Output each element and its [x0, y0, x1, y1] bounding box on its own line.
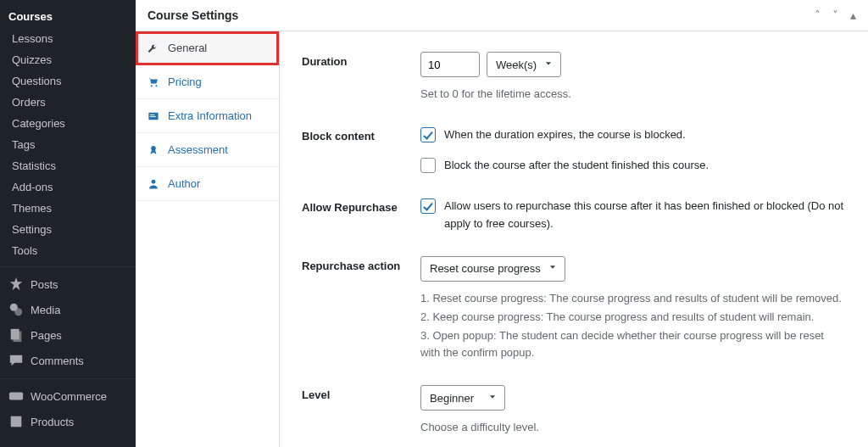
- admin-menu-courses-lessons[interactable]: Lessons: [0, 28, 136, 49]
- block-content-label: Block content: [302, 126, 420, 142]
- panel-header: Course Settings ˄ ˅ ▴: [136, 0, 868, 31]
- admin-menu-courses[interactable]: Courses: [0, 5, 136, 28]
- admin-menu-media[interactable]: Media: [0, 297, 136, 322]
- repurchase-hint-2: 2. Keep course progress: The course prog…: [420, 309, 846, 326]
- svg-rect-4: [9, 393, 23, 400]
- repurchase-hint-1: 1. Reset course progress: The course pro…: [420, 290, 846, 307]
- duration-label: Duration: [302, 52, 420, 68]
- svg-point-7: [155, 85, 157, 87]
- wrench-icon: [147, 42, 159, 54]
- settings-tabs: General Pricing Extra Information Assess…: [136, 31, 280, 447]
- row-level: Level Beginner Choose a difficulty level…: [302, 385, 846, 436]
- pages-icon: [8, 327, 24, 343]
- admin-menu-comments[interactable]: Comments: [0, 348, 136, 373]
- user-icon: [147, 178, 159, 190]
- admin-menu-woocommerce[interactable]: WooCommerce: [0, 383, 136, 409]
- row-allow-repurchase: Allow Repurchase Allow users to repurcha…: [302, 198, 846, 232]
- block-on-expire-text: When the duration expires, the course is…: [444, 126, 686, 143]
- admin-menu-pages[interactable]: Pages: [0, 322, 136, 348]
- admin-menu-courses-addons[interactable]: Add-ons: [0, 176, 136, 198]
- woocommerce-icon: [8, 388, 24, 404]
- cart-icon: [147, 76, 159, 88]
- svg-point-11: [151, 146, 156, 151]
- duration-hint: Set to 0 for the lifetime access.: [420, 86, 846, 103]
- row-repurchase-action: Repurchase action Reset course progress …: [302, 256, 846, 362]
- svg-point-12: [152, 179, 156, 183]
- svg-rect-3: [13, 332, 21, 343]
- chevron-down-icon: [487, 392, 498, 405]
- allow-repurchase-text: Allow users to repurchase this course af…: [444, 198, 846, 232]
- block-on-expire-checkbox[interactable]: [420, 127, 436, 142]
- admin-menu-courses-themes[interactable]: Themes: [0, 198, 136, 219]
- duration-value-input[interactable]: [420, 52, 480, 77]
- level-select[interactable]: Beginner: [420, 385, 505, 411]
- admin-menu-courses-questions[interactable]: Questions: [0, 70, 136, 92]
- svg-point-6: [151, 85, 153, 87]
- info-card-icon: [147, 110, 159, 122]
- admin-menu-courses-tags[interactable]: Tags: [0, 134, 136, 155]
- admin-menu-courses-categories[interactable]: Categories: [0, 113, 136, 134]
- form-area: Duration Week(s) Set to 0 for the lifeti…: [280, 31, 868, 447]
- products-icon: [8, 414, 24, 429]
- tab-general[interactable]: General: [136, 31, 279, 65]
- tab-assessment[interactable]: Assessment: [136, 133, 279, 167]
- tab-author[interactable]: Author: [136, 167, 279, 201]
- block-on-finish-checkbox[interactable]: [420, 158, 436, 173]
- tab-pricing[interactable]: Pricing: [136, 65, 279, 99]
- admin-menu-posts[interactable]: Posts: [0, 271, 136, 297]
- admin-menu-courses-tools[interactable]: Tools: [0, 240, 136, 261]
- level-hint: Choose a difficulty level.: [420, 419, 846, 436]
- pin-icon: [8, 277, 24, 292]
- comment-icon: [8, 353, 24, 368]
- admin-menu-courses-quizzes[interactable]: Quizzes: [0, 49, 136, 70]
- chevron-down-icon: [548, 262, 558, 275]
- admin-menu-courses-settings[interactable]: Settings: [0, 219, 136, 240]
- tab-extra-information[interactable]: Extra Information: [136, 99, 279, 133]
- media-icon: [8, 302, 24, 317]
- repurchase-hint-3: 3. Open popup: The student can decide wh…: [420, 327, 846, 361]
- admin-sidebar: Courses Lessons Quizzes Questions Orders…: [0, 0, 136, 447]
- level-label: Level: [302, 385, 420, 401]
- panel-toggle[interactable]: ▴: [850, 9, 856, 21]
- admin-menu-products[interactable]: Products: [0, 409, 136, 434]
- block-on-finish-text: Block the course after the student finis…: [444, 157, 709, 174]
- repurchase-action-select[interactable]: Reset course progress: [420, 256, 565, 282]
- svg-rect-9: [150, 114, 155, 115]
- row-block-content: Block content When the duration expires,…: [302, 126, 846, 174]
- svg-rect-10: [150, 116, 156, 117]
- duration-unit-select[interactable]: Week(s): [487, 52, 561, 77]
- svg-point-1: [14, 308, 22, 316]
- panel-move-up[interactable]: ˄: [815, 9, 821, 21]
- svg-rect-5: [11, 416, 22, 427]
- chevron-down-icon: [543, 59, 554, 71]
- ribbon-icon: [147, 144, 159, 156]
- panel-title: Course Settings: [147, 8, 238, 22]
- allow-repurchase-checkbox[interactable]: [420, 198, 436, 214]
- allow-repurchase-label: Allow Repurchase: [302, 198, 420, 214]
- repurchase-action-label: Repurchase action: [302, 256, 420, 272]
- panel-move-down[interactable]: ˅: [832, 9, 838, 21]
- admin-menu-courses-orders[interactable]: Orders: [0, 92, 136, 113]
- admin-menu-courses-statistics[interactable]: Statistics: [0, 155, 136, 176]
- row-duration: Duration Week(s) Set to 0 for the lifeti…: [302, 52, 846, 103]
- course-settings-panel: Course Settings ˄ ˅ ▴ General Pricing: [136, 0, 868, 447]
